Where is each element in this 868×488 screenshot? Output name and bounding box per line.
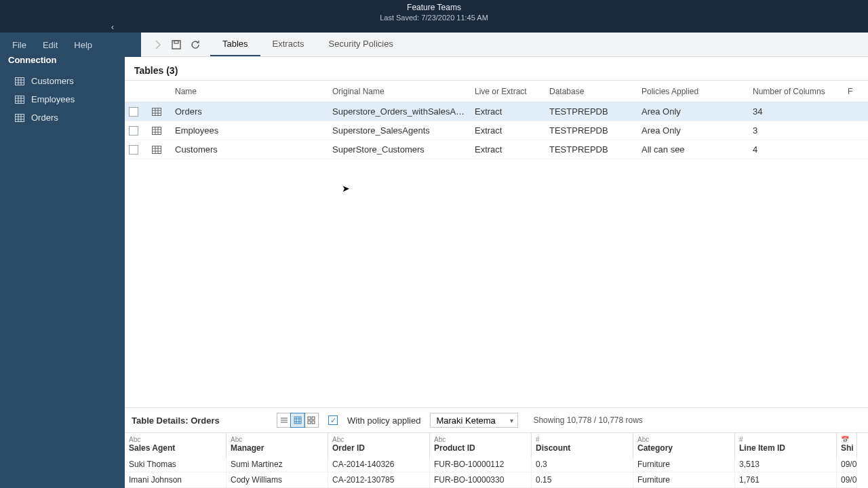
table-row[interactable]: Orders Superstore_Orders_withSalesAgent … xyxy=(125,102,868,121)
svg-rect-22 xyxy=(153,127,161,134)
cell-database: TESTPREPDB xyxy=(549,106,642,117)
svg-rect-15 xyxy=(172,41,180,49)
cell-database: TESTPREPDB xyxy=(549,144,642,155)
data-col[interactable]: 📅Shi xyxy=(837,433,857,457)
cell-policies: All can see xyxy=(642,144,753,155)
sidebar-item-customers[interactable]: Customers xyxy=(0,72,125,90)
sidebar-item-orders[interactable]: Orders xyxy=(0,108,125,127)
toolbar: Tables Extracts Security Policies xyxy=(125,33,868,57)
table-icon xyxy=(152,146,161,154)
last-saved: Last Saved: 7/23/2020 11:45 AM xyxy=(0,14,868,22)
app-menubar: File Edit Help xyxy=(0,33,141,57)
forward-button[interactable] xyxy=(148,35,167,54)
view-list-icon[interactable] xyxy=(277,413,291,427)
tab-extracts[interactable]: Extracts xyxy=(260,33,317,56)
svg-rect-17 xyxy=(153,108,161,115)
save-button[interactable] xyxy=(167,35,186,54)
table-row[interactable]: Customers SuperStore_Customers Extract T… xyxy=(125,140,868,159)
policy-label: With policy applied xyxy=(347,415,420,426)
tab-security-policies[interactable]: Security Policies xyxy=(317,33,406,56)
svg-rect-10 xyxy=(16,114,24,121)
cell-original: Superstore_Orders_withSalesAgent xyxy=(332,106,475,117)
menu-help[interactable]: Help xyxy=(74,40,92,50)
workbook-title: Feature Teams xyxy=(0,3,868,12)
data-grid-header: AbcSales Agent AbcManager AbcOrder ID Ab… xyxy=(125,433,868,457)
data-col[interactable]: AbcCategory xyxy=(633,433,735,457)
svg-rect-41 xyxy=(312,417,315,420)
row-checkbox[interactable] xyxy=(129,145,138,155)
menu-edit[interactable]: Edit xyxy=(43,40,58,50)
table-icon xyxy=(152,108,161,116)
cell-original: Superstore_SalesAgents xyxy=(332,125,475,136)
sidebar: ‹ Tables in Published Connection Custome… xyxy=(0,33,125,488)
cell-numcols: 34 xyxy=(753,106,848,117)
table-row[interactable]: Employees Superstore_SalesAgents Extract… xyxy=(125,121,868,140)
view-grid-icon[interactable] xyxy=(291,413,304,427)
data-grid: AbcSales Agent AbcManager AbcOrder ID Ab… xyxy=(125,432,868,488)
titlebar: Feature Teams Last Saved: 7/23/2020 11:4… xyxy=(0,0,868,33)
svg-rect-5 xyxy=(16,96,24,103)
tab-tables[interactable]: Tables xyxy=(210,33,260,56)
svg-rect-35 xyxy=(294,417,301,424)
row-checkbox[interactable] xyxy=(129,126,138,136)
data-col[interactable]: AbcManager xyxy=(226,433,328,457)
sidebar-item-employees[interactable]: Employees xyxy=(0,90,125,108)
col-live-extract[interactable]: Live or Extract xyxy=(475,87,549,96)
cell-database: TESTPREPDB xyxy=(549,125,642,136)
tables-count-header: Tables (3) xyxy=(125,57,868,80)
table-icon xyxy=(152,127,161,135)
row-checkbox[interactable] xyxy=(129,107,138,117)
cell-liveext: Extract xyxy=(475,106,549,117)
collapse-sidebar-button[interactable]: ‹ xyxy=(106,20,119,34)
svg-rect-43 xyxy=(312,421,315,424)
cell-name: Employees xyxy=(175,125,332,136)
details-title: Table Details: Orders xyxy=(132,415,267,426)
data-col[interactable]: AbcSales Agent xyxy=(125,433,226,457)
svg-rect-0 xyxy=(16,77,24,85)
data-col[interactable]: #Discount xyxy=(532,433,633,457)
view-toggle xyxy=(277,413,319,428)
user-dropdown[interactable]: Maraki Ketema xyxy=(430,413,518,428)
cell-numcols: 3 xyxy=(753,125,848,136)
svg-rect-42 xyxy=(308,421,311,424)
cell-liveext: Extract xyxy=(475,144,549,155)
data-col[interactable]: AbcOrder ID xyxy=(328,433,430,457)
row-count: Showing 10,778 / 10,778 rows xyxy=(533,415,642,425)
svg-rect-16 xyxy=(174,41,178,43)
main: Tables Extracts Security Policies Tables… xyxy=(125,33,868,488)
menu-file[interactable]: File xyxy=(12,40,26,50)
sidebar-item-label: Orders xyxy=(31,113,58,123)
table-icon xyxy=(15,96,24,104)
sidebar-item-label: Customers xyxy=(31,76,74,86)
data-col[interactable]: #Line Item ID xyxy=(735,433,837,457)
cell-name: Customers xyxy=(175,144,332,155)
table-header-row: Name Original Name Live or Extract Datab… xyxy=(125,81,868,102)
table-icon xyxy=(15,77,24,85)
cell-name: Orders xyxy=(175,106,332,117)
tables-list: Name Original Name Live or Extract Datab… xyxy=(125,80,868,159)
cell-policies: Area Only xyxy=(642,125,753,136)
data-col[interactable]: AbcProduct ID xyxy=(430,433,532,457)
svg-rect-40 xyxy=(308,417,311,420)
data-row[interactable]: Imani Johnson Cody Williams CA-2012-1307… xyxy=(125,472,868,488)
details-header: Table Details: Orders ✓ With policy appl… xyxy=(125,408,868,432)
refresh-button[interactable] xyxy=(186,35,205,54)
col-num-columns[interactable]: Number of Columns xyxy=(753,87,848,96)
policy-checkbox[interactable]: ✓ xyxy=(328,415,338,425)
calendar-icon: 📅 xyxy=(841,436,852,443)
data-row[interactable]: Suki Thomas Sumi Martinez CA-2014-140326… xyxy=(125,457,868,472)
table-icon xyxy=(15,114,24,122)
cell-policies: Area Only xyxy=(642,106,753,117)
view-card-icon[interactable] xyxy=(304,413,318,427)
cell-original: SuperStore_Customers xyxy=(332,144,475,155)
col-policies[interactable]: Policies Applied xyxy=(642,87,753,96)
table-details-panel: Table Details: Orders ✓ With policy appl… xyxy=(125,407,868,488)
col-original-name[interactable]: Original Name xyxy=(332,87,475,96)
sidebar-item-label: Employees xyxy=(31,94,75,104)
cell-numcols: 4 xyxy=(753,144,848,155)
cursor-icon: ➤ xyxy=(342,183,350,194)
col-name[interactable]: Name xyxy=(175,87,332,96)
cell-liveext: Extract xyxy=(475,125,549,136)
col-cutoff[interactable]: F xyxy=(848,87,868,96)
col-database[interactable]: Database xyxy=(549,87,642,96)
